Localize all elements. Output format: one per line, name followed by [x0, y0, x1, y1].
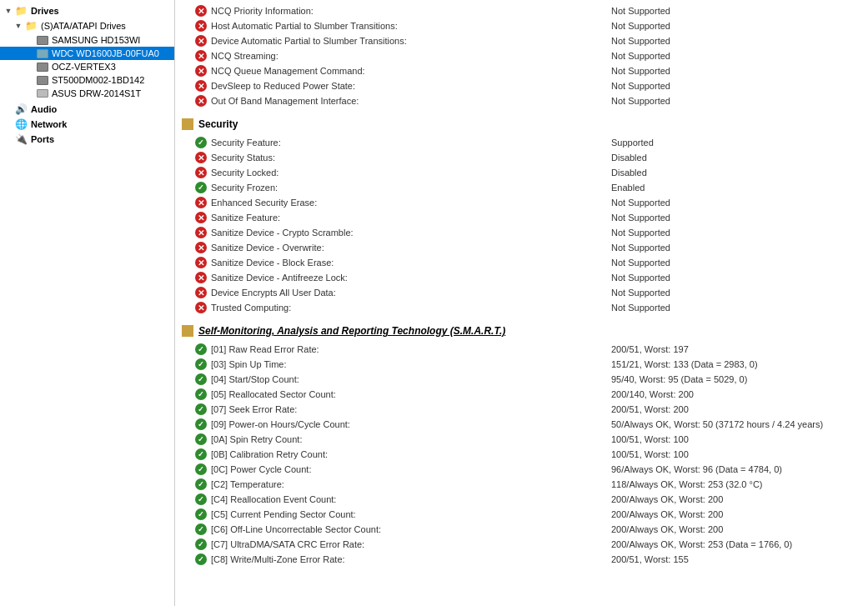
network-expander-icon	[3, 119, 13, 129]
prop-value-trusted-computing: Not Supported	[611, 303, 861, 313]
prop-value-ncq-priority: Not Supported	[611, 6, 861, 16]
row-ncq-streaming: ✕ NCQ Streaming: Not Supported	[175, 48, 868, 63]
row-smart-c7: ✓ [C7] UltraDMA/SATA CRC Error Rate: 200…	[175, 537, 868, 552]
status-icon-oob: ✕	[195, 95, 207, 107]
section-title-security: Security	[198, 118, 238, 130]
section-header-smart: Self-Monitoring, Analysis and Reporting …	[175, 320, 868, 342]
prop-name-smart-c8: [C8] Write/Multi-Zone Error Rate:	[211, 554, 611, 564]
prop-value-smart-c6: 200/Always OK, Worst: 200	[611, 524, 861, 534]
row-sanitize-antifreeze: ✕ Sanitize Device - Antifreeze Lock: Not…	[175, 270, 868, 285]
prop-value-smart-05: 200/140, Worst: 200	[611, 389, 861, 399]
prop-name-trusted-computing: Trusted Computing:	[211, 303, 611, 313]
row-ncq-queue: ✕ NCQ Queue Management Command: Not Supp…	[175, 63, 868, 78]
status-icon-smart-c7: ✓	[195, 538, 207, 550]
prop-value-device-encrypts: Not Supported	[611, 288, 861, 298]
prop-value-sanitize-crypto: Not Supported	[611, 228, 861, 238]
sidebar-item-drives[interactable]: ▼ 📁 Drives	[0, 3, 174, 18]
hdd-icon-samsung	[37, 36, 48, 45]
row-sanitize-feature: ✕ Sanitize Feature: Not Supported	[175, 210, 868, 225]
status-icon-sanitize-overwrite: ✕	[195, 242, 207, 253]
prop-name-security-frozen: Security Frozen:	[211, 183, 611, 193]
sata-label: (S)ATA/ATAPI Drives	[41, 21, 126, 31]
drives-folder-icon: 📁	[15, 5, 28, 17]
row-enhanced-erase: ✕ Enhanced Security Erase: Not Supported	[175, 195, 868, 210]
prop-value-sanitize-block: Not Supported	[611, 258, 861, 268]
status-icon-smart-c8: ✓	[195, 553, 207, 565]
prop-name-enhanced-erase: Enhanced Security Erase:	[211, 198, 611, 208]
sidebar-item-sata[interactable]: ▼ 📁 (S)ATA/ATAPI Drives	[0, 18, 174, 33]
hdd-icon-wdc	[37, 49, 48, 58]
sata-expander-icon: ▼	[13, 21, 23, 31]
sata-folder-icon: 📁	[25, 20, 38, 32]
prop-name-smart-c5: [C5] Current Pending Sector Count:	[211, 509, 611, 519]
status-icon-device-encrypts: ✕	[195, 287, 207, 298]
row-ncq-priority: ✕ NCQ Priority Information: Not Supporte…	[175, 3, 868, 18]
status-icon-smart-07: ✓	[195, 403, 207, 415]
status-icon-security-status: ✕	[195, 152, 207, 163]
hdd-icon-ocz	[37, 63, 48, 72]
section-header-security: Security	[175, 113, 868, 135]
status-icon-smart-09: ✓	[195, 418, 207, 430]
status-icon-smart-c4: ✓	[195, 493, 207, 505]
prop-value-device-slumber: Not Supported	[611, 36, 861, 46]
status-icon-smart-04: ✓	[195, 373, 207, 385]
prop-name-ncq-priority: NCQ Priority Information:	[211, 6, 611, 16]
sidebar-item-ocz[interactable]: OCZ-VERTEX3	[0, 60, 174, 73]
status-icon-smart-05: ✓	[195, 388, 207, 400]
main-content: ✕ NCQ Priority Information: Not Supporte…	[175, 0, 868, 606]
section-smart: Self-Monitoring, Analysis and Reporting …	[175, 320, 868, 567]
prop-name-smart-0a: [0A] Spin Retry Count:	[211, 434, 611, 444]
status-icon-smart-01: ✓	[195, 343, 207, 355]
prop-value-security-status: Disabled	[611, 153, 861, 163]
prop-value-oob: Not Supported	[611, 96, 861, 106]
status-icon-trusted-computing: ✕	[195, 302, 207, 313]
sidebar-item-wdc[interactable]: WDC WD1600JB-00FUA0	[0, 47, 174, 60]
row-smart-04: ✓ [04] Start/Stop Count: 95/40, Worst: 9…	[175, 372, 868, 387]
audio-icon: 🔊	[15, 103, 28, 115]
status-icon-smart-c6: ✓	[195, 523, 207, 535]
prop-value-ncq-streaming: Not Supported	[611, 51, 861, 61]
prop-name-devsleep: DevSleep to Reduced Power State:	[211, 81, 611, 91]
prop-value-smart-c5: 200/Always OK, Worst: 200	[611, 509, 861, 519]
status-icon-ncq-priority: ✕	[195, 5, 207, 17]
prop-value-smart-c4: 200/Always OK, Worst: 200	[611, 494, 861, 504]
row-smart-c2: ✓ [C2] Temperature: 118/Always OK, Worst…	[175, 477, 868, 492]
prop-name-smart-07: [07] Seek Error Rate:	[211, 404, 611, 414]
prop-name-sanitize-antifreeze: Sanitize Device - Antifreeze Lock:	[211, 273, 611, 283]
section-title-smart: Self-Monitoring, Analysis and Reporting …	[198, 325, 505, 337]
status-icon-sanitize-antifreeze: ✕	[195, 272, 207, 283]
row-smart-03: ✓ [03] Spin Up Time: 151/21, Worst: 133 …	[175, 357, 868, 372]
row-sanitize-crypto: ✕ Sanitize Device - Crypto Scramble: Not…	[175, 225, 868, 240]
sidebar-item-audio[interactable]: 🔊 Audio	[0, 102, 174, 117]
row-device-slumber: ✕ Device Automatic Partial to Slumber Tr…	[175, 33, 868, 48]
status-icon-sanitize-feature: ✕	[195, 212, 207, 223]
row-smart-0c: ✓ [0C] Power Cycle Count: 96/Always OK, …	[175, 462, 868, 477]
prop-value-ncq-queue: Not Supported	[611, 66, 861, 76]
row-smart-05: ✓ [05] Reallocated Sector Count: 200/140…	[175, 387, 868, 402]
prop-value-smart-01: 200/51, Worst: 197	[611, 344, 861, 354]
section-security: Security ✓ Security Feature: Supported ✕…	[175, 113, 868, 315]
sidebar-item-ports[interactable]: 🔌 Ports	[0, 132, 174, 147]
section-bullet-smart	[182, 325, 193, 337]
status-icon-host-slumber: ✕	[195, 20, 207, 32]
status-icon-devsleep: ✕	[195, 80, 207, 92]
sidebar-item-samsung[interactable]: SAMSUNG HD153WI	[0, 33, 174, 47]
prop-name-security-locked: Security Locked:	[211, 168, 611, 178]
prop-name-security-feature: Security Feature:	[211, 138, 611, 148]
drives-label: Drives	[31, 6, 59, 16]
prop-value-smart-04: 95/40, Worst: 95 (Data = 5029, 0)	[611, 374, 861, 384]
row-smart-c8: ✓ [C8] Write/Multi-Zone Error Rate: 200/…	[175, 552, 868, 567]
prop-name-smart-c7: [C7] UltraDMA/SATA CRC Error Rate:	[211, 539, 611, 549]
sidebar-item-asus[interactable]: ASUS DRW-2014S1T	[0, 87, 174, 100]
sidebar: ▼ 📁 Drives ▼ 📁 (S)ATA/ATAPI Drives SAMSU…	[0, 0, 175, 606]
prop-name-device-encrypts: Device Encrypts All User Data:	[211, 288, 611, 298]
sidebar-item-st500[interactable]: ST500DM002-1BD142	[0, 73, 174, 87]
hdd-icon-st500	[37, 76, 48, 85]
prop-value-smart-0b: 100/51, Worst: 100	[611, 449, 861, 459]
row-smart-07: ✓ [07] Seek Error Rate: 200/51, Worst: 2…	[175, 402, 868, 417]
prop-value-smart-0a: 100/51, Worst: 100	[611, 434, 861, 444]
row-device-encrypts: ✕ Device Encrypts All User Data: Not Sup…	[175, 285, 868, 300]
prop-name-smart-c6: [C6] Off-Line Uncorrectable Sector Count…	[211, 524, 611, 534]
sidebar-item-network[interactable]: 🌐 Network	[0, 117, 174, 132]
row-smart-09: ✓ [09] Power-on Hours/Cycle Count: 50/Al…	[175, 417, 868, 432]
